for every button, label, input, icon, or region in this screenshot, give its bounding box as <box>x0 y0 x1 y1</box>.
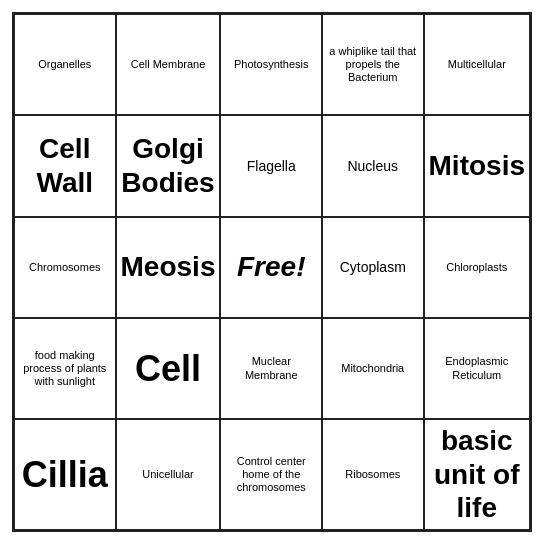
bingo-cell-15: food making process of plants with sunli… <box>14 318 116 419</box>
bingo-cell-13: Cytoplasm <box>322 217 424 318</box>
bingo-cell-6: Golgi Bodies <box>116 115 221 216</box>
bingo-card: OrganellesCell MembranePhotosynthesisa w… <box>12 12 532 532</box>
bingo-cell-21: Unicellular <box>116 419 221 530</box>
bingo-cell-20: Cillia <box>14 419 116 530</box>
bingo-cell-4: Multicellular <box>424 14 530 115</box>
bingo-cell-23: Ribosomes <box>322 419 424 530</box>
bingo-cell-2: Photosynthesis <box>220 14 322 115</box>
bingo-cell-10: Chromosomes <box>14 217 116 318</box>
bingo-cell-5: Cell Wall <box>14 115 116 216</box>
bingo-cell-17: Muclear Membrane <box>220 318 322 419</box>
bingo-cell-18: Mitochondria <box>322 318 424 419</box>
bingo-cell-12: Free! <box>220 217 322 318</box>
bingo-cell-11: Meosis <box>116 217 221 318</box>
bingo-cell-7: Flagella <box>220 115 322 216</box>
bingo-cell-16: Cell <box>116 318 221 419</box>
bingo-cell-9: Mitosis <box>424 115 530 216</box>
bingo-cell-19: Endoplasmic Reticulum <box>424 318 530 419</box>
bingo-cell-3: a whiplike tail that propels the Bacteri… <box>322 14 424 115</box>
bingo-cell-24: basic unit of life <box>424 419 530 530</box>
bingo-cell-0: Organelles <box>14 14 116 115</box>
bingo-cell-22: Control center home of the chromosomes <box>220 419 322 530</box>
bingo-cell-8: Nucleus <box>322 115 424 216</box>
bingo-cell-14: Chloroplasts <box>424 217 530 318</box>
bingo-cell-1: Cell Membrane <box>116 14 221 115</box>
